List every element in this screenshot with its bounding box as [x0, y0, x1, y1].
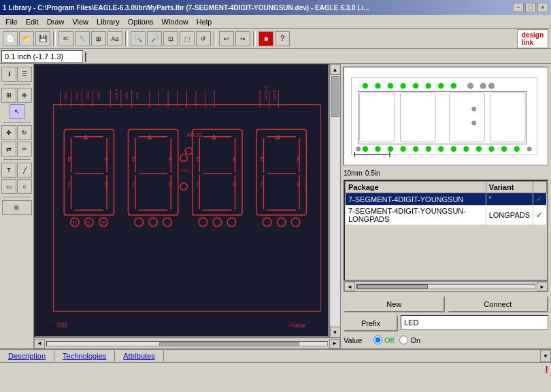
table-scroll-thumb[interactable] — [357, 284, 428, 289]
svg-point-1 — [50, 79, 50, 80]
svg-point-137 — [501, 146, 507, 152]
mirror-tool[interactable]: ⇄ — [1, 142, 16, 157]
svg-text:DIG4: DIG4 — [97, 91, 101, 99]
stop-button[interactable]: ■ — [258, 31, 273, 46]
close-button[interactable]: × — [537, 3, 548, 12]
coord-input[interactable] — [1, 50, 83, 63]
display-tool[interactable]: ☰ — [17, 67, 32, 82]
circle-tool[interactable]: ○ — [17, 179, 32, 194]
copy-button[interactable]: ⊞ — [91, 31, 106, 46]
tool-row-2: ⊞ ⊕ — [1, 88, 32, 103]
tool-divider-4 — [3, 197, 31, 197]
svg-text:A: A — [83, 134, 88, 142]
scroll-right-button[interactable]: ► — [329, 339, 340, 348]
menu-draw[interactable]: Draw — [43, 16, 69, 27]
svg-text:A: A — [148, 134, 152, 142]
svg-text:DP: DP — [101, 220, 107, 225]
pointer-tool[interactable]: ↖ — [10, 104, 24, 119]
svg-text:COL-: COL- — [135, 91, 139, 100]
svg-point-113 — [426, 83, 431, 88]
table-row[interactable]: 7-SEGMENT-4DIGIT-YOUNGSUN-LONGPADS LONGP… — [346, 206, 547, 225]
svg-point-118 — [488, 83, 494, 88]
tool-sidebar: ℹ ☰ ⊞ ⊕ ↖ ✥ ↻ ⇄ ✂ T ╱ ▭ ○ ▤ — [0, 64, 34, 348]
table-scroll-track — [356, 284, 535, 289]
svg-point-131 — [426, 146, 431, 152]
save-button[interactable]: 💾 — [35, 31, 50, 46]
zoom-in-button[interactable]: 🔍 — [131, 31, 146, 46]
zoom-fit-button[interactable]: ⊡ — [163, 31, 178, 46]
zoom-out-button[interactable]: 🔎 — [147, 31, 162, 46]
svg-point-138 — [514, 146, 520, 152]
value-label: Value — [344, 336, 371, 344]
rotate-tool[interactable]: ↻ — [17, 125, 32, 140]
coord-bar: | — [0, 49, 551, 64]
svg-text:A: A — [276, 134, 280, 142]
smash-button[interactable]: 🔧 — [75, 31, 90, 46]
open-button[interactable]: 📂 — [19, 31, 34, 46]
scroll-left-button[interactable]: ◄ — [34, 339, 45, 348]
info-tool[interactable]: ℹ — [1, 67, 16, 82]
schematic-svg: DIG1 DIG2 DIG3 DIG4 COL-A COL- COL- — [35, 65, 328, 336]
menu-library[interactable]: Library — [93, 16, 124, 27]
undo-button[interactable]: ↩ — [219, 31, 234, 46]
help-button[interactable]: ? — [275, 31, 290, 46]
wire-tool[interactable]: ╱ — [17, 163, 32, 178]
minimize-button[interactable]: − — [513, 3, 524, 12]
pkg-check-1: ✓ — [533, 193, 547, 206]
menu-help[interactable]: Help — [193, 16, 216, 27]
tab-attributes[interactable]: Attributes — [115, 350, 163, 361]
radio-on-input[interactable] — [399, 336, 408, 344]
zoom-area-button[interactable]: ⬚ — [180, 31, 195, 46]
radio-off-label: Off — [384, 336, 394, 344]
table-h-scrollbar[interactable]: ◄ ► — [344, 281, 548, 292]
add-button[interactable]: IC — [59, 31, 73, 46]
delete-tool[interactable]: ✂ — [17, 142, 32, 157]
text-tool[interactable]: T — [1, 163, 16, 178]
main-canvas[interactable]: DIG1 DIG2 DIG3 DIG4 COL-A COL- COL- — [34, 64, 329, 338]
scroll-up-button[interactable]: ▲ — [330, 64, 341, 75]
prefix-button[interactable]: Prefix — [344, 315, 398, 331]
vertical-scrollbar[interactable]: ▲ ▼ — [329, 64, 340, 338]
tabs-scroll-button[interactable]: ▼ — [540, 350, 551, 362]
tab-technologies[interactable]: Technologies — [54, 350, 115, 361]
radio-off-input[interactable] — [373, 336, 382, 344]
table-scroll-left-button[interactable]: ◄ — [344, 282, 355, 291]
scroll-down-button[interactable]: ▼ — [330, 327, 341, 338]
table-scroll-right-button[interactable]: ► — [537, 282, 548, 291]
rename-button[interactable]: Aa — [107, 31, 122, 46]
scroll-thumb-v[interactable] — [331, 76, 339, 117]
menu-file[interactable]: File — [1, 16, 22, 27]
radio-on[interactable]: On — [399, 336, 420, 344]
svg-point-132 — [438, 146, 444, 152]
scroll-thumb-h[interactable] — [159, 342, 299, 346]
connect-button[interactable]: Connect — [448, 296, 549, 312]
layer-tool[interactable]: ▤ — [2, 200, 32, 215]
grid-tool[interactable]: ⊞ — [1, 88, 16, 103]
tab-description[interactable]: Description — [0, 350, 54, 361]
menu-options[interactable]: Options — [124, 16, 158, 27]
menu-edit[interactable]: Edit — [22, 16, 43, 27]
redraw-button[interactable]: ↺ — [196, 31, 211, 46]
scale-inches: 0.5in — [365, 169, 380, 177]
new-file-button[interactable]: 📄 — [3, 31, 18, 46]
rect-tool[interactable]: ▭ — [1, 179, 16, 194]
toolbar-separator-4 — [253, 31, 256, 46]
snap-tool[interactable]: ⊕ — [17, 88, 32, 103]
svg-text:COL-: COL- — [124, 91, 129, 100]
scroll-track-v — [331, 76, 340, 326]
svg-text:D: D — [73, 220, 76, 225]
package-table: Package Variant 7-SEGMENT-4DIGIT-YOUNGSU… — [345, 181, 547, 225]
svg-text:APOS: APOS — [186, 131, 203, 138]
status-icon: ! — [545, 364, 548, 375]
redo-button[interactable]: ↪ — [235, 31, 250, 46]
prefix-input[interactable] — [401, 315, 548, 330]
horizontal-scrollbar[interactable]: ◄ ► — [34, 338, 340, 348]
radio-off[interactable]: Off — [373, 336, 394, 344]
maximize-button[interactable]: □ — [525, 3, 536, 12]
svg-text:G$1: G$1 — [57, 322, 68, 329]
menu-window[interactable]: Window — [158, 16, 193, 27]
move-tool[interactable]: ✥ — [1, 125, 16, 140]
new-button[interactable]: New — [344, 296, 445, 312]
table-row[interactable]: 7-SEGMENT-4DIGIT-YOUNGSUN " ✓ — [346, 193, 547, 206]
menu-view[interactable]: View — [68, 16, 93, 27]
